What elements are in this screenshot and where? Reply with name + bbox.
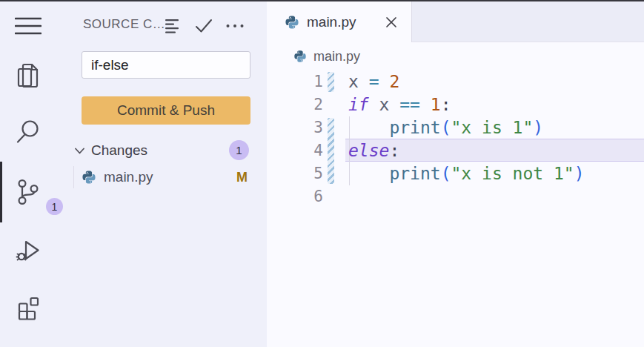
line-number: 5 <box>267 162 323 185</box>
check-icon <box>194 18 213 34</box>
line-number: 1 <box>267 70 323 93</box>
sidebar-item-explorer[interactable] <box>0 58 56 93</box>
token: : <box>441 95 451 114</box>
changes-section-label: Changes <box>91 142 147 159</box>
changes-count-badge: 1 <box>229 140 249 160</box>
tab-close-button[interactable] <box>383 14 399 30</box>
code-area[interactable]: 1 x = 2 2 if x == 1: 3 print("x is 1") 4… <box>267 70 644 347</box>
search-icon <box>13 117 43 147</box>
source-control-icon <box>13 177 43 207</box>
token: == <box>399 95 431 114</box>
commit-action-button[interactable] <box>194 16 213 36</box>
token: ) <box>533 118 543 137</box>
sidebar-item-source-control[interactable]: 1 <box>0 174 56 210</box>
activity-bar: 1 <box>0 1 56 347</box>
token: x <box>369 95 400 114</box>
python-file-icon <box>82 170 96 185</box>
line-number: 6 <box>267 185 323 208</box>
code-line: 5 print("x is not 1") <box>267 162 644 185</box>
token-keyword: else <box>348 141 389 160</box>
line-number: 2 <box>267 93 323 116</box>
debug-icon <box>13 236 43 265</box>
ellipsis-icon <box>225 23 245 29</box>
code-line: 1 x = 2 <box>267 70 644 93</box>
token <box>348 118 389 137</box>
editor-group: main.py main.py 1 x = 2 <box>267 1 644 347</box>
view-and-sort-button[interactable] <box>163 16 182 36</box>
token: ) <box>574 164 585 183</box>
token: 2 <box>389 72 399 91</box>
line-number: 3 <box>267 116 323 139</box>
source-control-badge: 1 <box>46 198 63 215</box>
commit-message-input[interactable] <box>82 51 250 79</box>
token: = <box>369 72 390 91</box>
token-function: print <box>389 164 440 183</box>
changes-section-header[interactable]: Changes 1 <box>56 139 267 162</box>
chevron-down-icon <box>74 147 85 155</box>
extensions-icon <box>13 293 43 323</box>
code-line-current: 4 else: <box>267 139 644 162</box>
changed-file-name: main.py <box>104 169 153 185</box>
panel-title: SOURCE C… <box>83 17 165 32</box>
window-top-border <box>0 0 644 1</box>
sidebar-item-run-debug[interactable] <box>0 233 56 268</box>
python-file-icon <box>293 50 307 63</box>
tree-indent-guide <box>73 166 74 188</box>
line-number: 4 <box>267 139 323 162</box>
commit-and-push-button[interactable]: Commit & Push <box>82 96 250 125</box>
menu-button[interactable] <box>0 8 56 44</box>
source-control-panel: SOURCE C… Commit & Push C <box>56 1 267 347</box>
more-actions-button[interactable] <box>225 16 245 36</box>
code-line: 3 print("x is 1") <box>267 116 644 139</box>
tab-label: main.py <box>307 14 356 30</box>
token-function: print <box>389 118 440 137</box>
token <box>348 164 389 183</box>
hamburger-icon <box>15 16 42 36</box>
token: x <box>348 72 369 91</box>
sidebar-item-search[interactable] <box>0 114 56 150</box>
token: 1 <box>431 95 441 114</box>
close-icon <box>385 16 398 29</box>
token: ( <box>441 164 451 183</box>
token: ( <box>441 118 451 137</box>
files-icon <box>13 61 43 90</box>
breadcrumb[interactable]: main.py <box>267 42 644 70</box>
tab-main-py[interactable]: main.py <box>267 1 412 42</box>
code-line: 2 if x == 1: <box>267 93 644 116</box>
code-line: 6 <box>267 185 644 208</box>
sidebar-item-extensions[interactable] <box>0 290 56 325</box>
vscode-window: 1 SOURCE C… <box>0 0 644 347</box>
git-modified-badge: M <box>236 170 248 185</box>
token-string: "x is not 1" <box>451 164 574 183</box>
python-file-icon <box>285 15 299 30</box>
active-view-indicator <box>0 162 2 222</box>
breadcrumb-item: main.py <box>313 49 360 65</box>
token-keyword: if <box>348 95 369 114</box>
token-string: "x is 1" <box>451 118 534 137</box>
changed-file-row[interactable]: main.py M <box>56 166 267 188</box>
list-icon <box>164 18 182 34</box>
token: : <box>389 141 399 160</box>
